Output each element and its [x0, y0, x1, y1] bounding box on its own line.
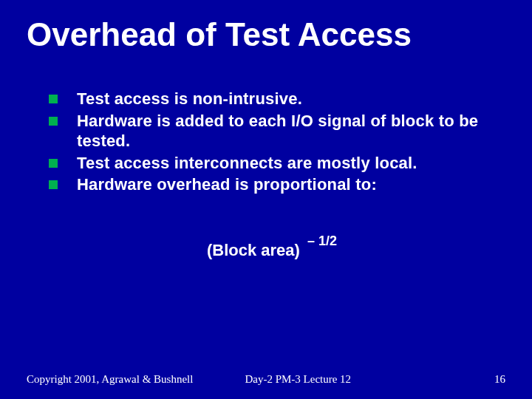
bullet-text: Test access is non-intrusive.: [77, 89, 302, 109]
bullet-item: Test access interconnects are mostly loc…: [49, 153, 495, 174]
formula-exponent: – 1/2: [307, 233, 337, 249]
slide-body: Test access is non-intrusive. Hardware i…: [0, 53, 532, 260]
bullet-item: Hardware overhead is proportional to:: [49, 174, 495, 195]
slide-title: Overhead of Test Access: [0, 0, 532, 53]
footer-copyright: Copyright 2001, Agrawal & Bushnell: [27, 373, 193, 386]
square-bullet-icon: [49, 159, 58, 168]
bullet-text: Hardware is added to each I/O signal of …: [77, 111, 495, 151]
formula-base: (Block area): [207, 241, 300, 260]
footer-page-number: 16: [494, 373, 505, 386]
bullet-item: Test access is non-intrusive.: [49, 89, 495, 109]
square-bullet-icon: [49, 117, 58, 126]
footer-lecture-label: Day-2 PM-3 Lecture 12: [193, 373, 494, 386]
slide: Overhead of Test Access Test access is n…: [0, 0, 532, 399]
slide-footer: Copyright 2001, Agrawal & Bushnell Day-2…: [0, 373, 532, 386]
bullet-text: Test access interconnects are mostly loc…: [77, 153, 417, 174]
square-bullet-icon: [49, 180, 58, 189]
bullet-text: Hardware overhead is proportional to:: [77, 174, 377, 195]
square-bullet-icon: [49, 95, 58, 103]
bullet-item: Hardware is added to each I/O signal of …: [49, 111, 495, 151]
formula: (Block area) – 1/2: [49, 241, 495, 260]
